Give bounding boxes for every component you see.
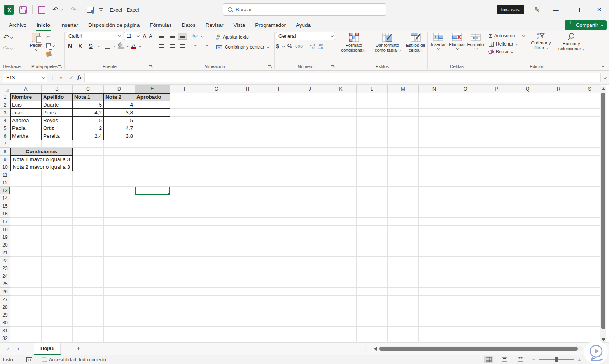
cell-K1[interactable] <box>326 93 357 101</box>
cell-S20[interactable] <box>574 241 600 249</box>
cell-N11[interactable] <box>419 171 450 179</box>
cell-S9[interactable] <box>574 156 600 163</box>
column-header-P[interactable]: P <box>481 85 512 93</box>
cell-H16[interactable] <box>232 210 263 218</box>
cell-Q15[interactable] <box>512 202 543 210</box>
cell-P28[interactable] <box>481 303 512 311</box>
cell-R24[interactable] <box>543 272 574 280</box>
cell-J30[interactable] <box>294 319 326 327</box>
cell-I20[interactable] <box>263 241 294 249</box>
cell-I17[interactable] <box>263 218 294 226</box>
column-header-L[interactable]: L <box>357 85 388 93</box>
cell-R17[interactable] <box>543 218 574 226</box>
cell-L4[interactable] <box>357 117 388 124</box>
minimize-button[interactable]: — <box>550 7 562 13</box>
cell-O23[interactable] <box>450 264 481 272</box>
cell-P31[interactable] <box>481 327 512 334</box>
column-header-K[interactable]: K <box>326 85 357 93</box>
redo-button[interactable]: ↷ <box>69 5 81 14</box>
cell-N24[interactable] <box>419 272 450 280</box>
cell-B26[interactable] <box>42 288 73 296</box>
cell-S12[interactable] <box>574 179 600 187</box>
cell-J15[interactable] <box>294 202 326 210</box>
cell-P15[interactable] <box>481 202 512 210</box>
cell-G17[interactable] <box>201 218 232 226</box>
cell-J22[interactable] <box>294 257 326 264</box>
cell-N18[interactable] <box>419 226 450 233</box>
cell-A4[interactable]: Andrea <box>10 117 42 124</box>
cell-B17[interactable] <box>42 218 73 226</box>
cell-L29[interactable] <box>357 311 388 319</box>
font-color-icon[interactable]: A <box>131 43 136 49</box>
namebox-resize-handle[interactable]: ⋮ <box>50 75 55 81</box>
cell-G15[interactable] <box>201 202 232 210</box>
cell-L14[interactable] <box>357 194 388 202</box>
cell-E27[interactable] <box>135 296 170 303</box>
cell-O3[interactable] <box>450 109 481 117</box>
cell-D28[interactable] <box>104 303 135 311</box>
cell-E8[interactable] <box>135 148 170 156</box>
cell-L28[interactable] <box>357 303 388 311</box>
cell-J1[interactable] <box>294 93 326 101</box>
cell-N22[interactable] <box>419 257 450 264</box>
cell-N13[interactable] <box>419 187 450 194</box>
cell-D27[interactable] <box>104 296 135 303</box>
cell-O5[interactable] <box>450 124 481 132</box>
cell-K13[interactable] <box>326 187 357 194</box>
cell-E17[interactable] <box>135 218 170 226</box>
sign-in-button[interactable]: Inic. ses. <box>497 5 524 14</box>
cell-H12[interactable] <box>232 179 263 187</box>
cell-S18[interactable] <box>574 226 600 233</box>
cell-L10[interactable] <box>357 163 388 171</box>
cell-I7[interactable] <box>263 140 294 148</box>
save-icon[interactable] <box>38 6 46 14</box>
cell-K18[interactable] <box>326 226 357 233</box>
cell-R30[interactable] <box>543 319 574 327</box>
cell-I10[interactable] <box>263 163 294 171</box>
cell-I32[interactable] <box>263 334 294 342</box>
insert-function-icon[interactable]: fx <box>77 75 82 81</box>
cell-S4[interactable] <box>574 117 600 124</box>
cell-I9[interactable] <box>263 156 294 163</box>
cell-L16[interactable] <box>357 210 388 218</box>
cell-G7[interactable] <box>201 140 232 148</box>
cell-A24[interactable] <box>10 272 42 280</box>
cell-Q8[interactable] <box>512 148 543 156</box>
cell-A16[interactable] <box>10 210 42 218</box>
cell-J12[interactable] <box>294 179 326 187</box>
cell-S30[interactable] <box>574 319 600 327</box>
cell-D4[interactable]: 5 <box>104 117 135 124</box>
bold-button[interactable]: N <box>66 43 74 49</box>
row-header-28[interactable]: 28 <box>0 303 10 311</box>
cell-O14[interactable] <box>450 194 481 202</box>
cell-M24[interactable] <box>388 272 419 280</box>
cell-P6[interactable] <box>481 132 512 140</box>
cell-I28[interactable] <box>263 303 294 311</box>
row-header-19[interactable]: 19 <box>0 233 10 241</box>
cell-A26[interactable] <box>10 288 42 296</box>
align-middle-button[interactable] <box>167 33 177 40</box>
cell-G29[interactable] <box>201 311 232 319</box>
cell-G32[interactable] <box>201 334 232 342</box>
cell-H6[interactable] <box>232 132 263 140</box>
formula-input[interactable] <box>84 73 601 82</box>
delete-cells-button[interactable]: Eliminar <box>448 32 466 50</box>
cell-Q13[interactable] <box>512 187 543 194</box>
cell-B11[interactable] <box>42 171 73 179</box>
cell-Q25[interactable] <box>512 280 543 288</box>
cell-D22[interactable] <box>104 257 135 264</box>
cell-R14[interactable] <box>543 194 574 202</box>
column-header-E[interactable]: E <box>135 85 170 93</box>
cell-R3[interactable] <box>543 109 574 117</box>
cell-P24[interactable] <box>481 272 512 280</box>
cell-E31[interactable] <box>135 327 170 334</box>
cell-D18[interactable] <box>104 226 135 233</box>
cell-C27[interactable] <box>73 296 104 303</box>
cell-Q17[interactable] <box>512 218 543 226</box>
cell-O8[interactable] <box>450 148 481 156</box>
tab-programador[interactable]: Programador <box>250 19 291 31</box>
cell-E32[interactable] <box>135 334 170 342</box>
cell-M22[interactable] <box>388 257 419 264</box>
cell-F20[interactable] <box>170 241 201 249</box>
expand-formula-bar-chevron[interactable] <box>604 76 607 79</box>
